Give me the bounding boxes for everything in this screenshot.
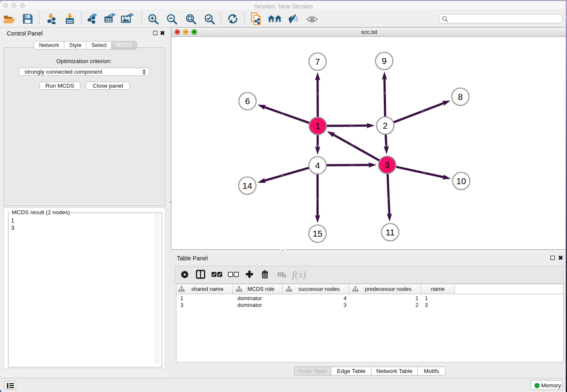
svg-text:11: 11 [385,227,394,237]
svg-text:14: 14 [242,181,252,190]
svg-text:1: 1 [315,121,320,131]
svg-text:8: 8 [458,92,462,102]
svg-text:4: 4 [315,160,320,170]
svg-text:15: 15 [313,229,322,238]
svg-text:3: 3 [385,160,389,170]
svg-text:7: 7 [315,57,320,66]
svg-text:2: 2 [383,121,388,130]
svg-text:f(x): f(x) [292,269,306,280]
svg-text:6: 6 [245,96,250,106]
svg-text:9: 9 [382,56,386,66]
svg-text:10: 10 [457,176,466,186]
